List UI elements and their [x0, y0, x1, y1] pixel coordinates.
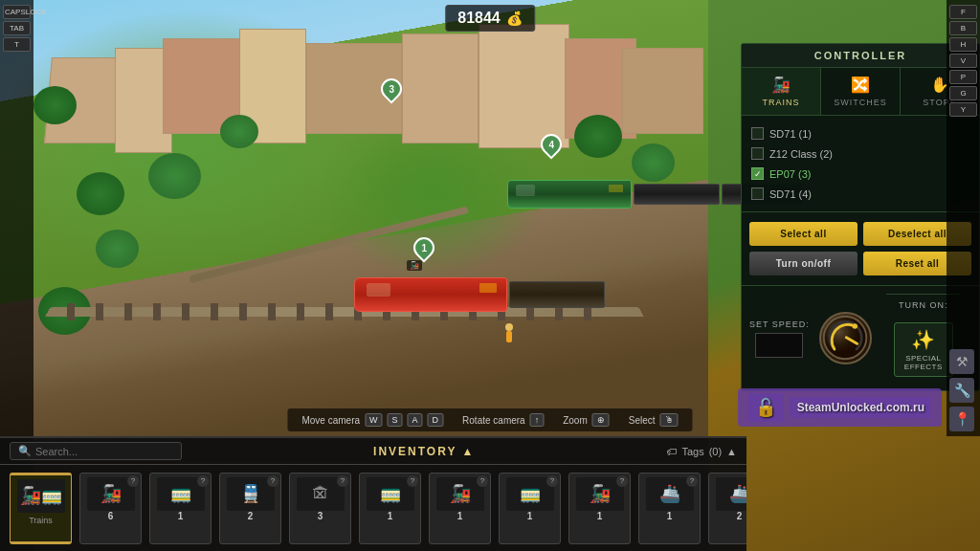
controller-buttons: Select all Deselect all Turn on/off Rese… [742, 212, 979, 285]
inv-loco-4-info[interactable]: ? [337, 475, 348, 487]
train-name-1: SD71 (1) [769, 128, 812, 140]
turn-on-off-button[interactable]: Turn on/off [749, 252, 858, 276]
inv-item-8[interactable]: 🚂 ? 1 [568, 473, 631, 544]
tree-group-1 [33, 86, 77, 124]
inv-loco-3-info[interactable]: ? [267, 475, 278, 487]
search-input[interactable] [35, 446, 169, 457]
watermark-text: SteamUnlocked.com.ru [790, 397, 932, 418]
zoom-label: Zoom [563, 415, 588, 426]
inv-loco-6-count: 1 [457, 511, 463, 521]
switches-icon: 🔀 [851, 76, 871, 94]
trains-label: TRAINS [762, 98, 799, 107]
inv-item-2[interactable]: 🚃 ? 1 [149, 473, 212, 544]
building-6 [402, 33, 479, 143]
map-pin-1[interactable]: 1 🚂 [413, 237, 434, 271]
inv-item-5[interactable]: 🚃 ? 1 [359, 473, 421, 544]
inv-item-6[interactable]: 🚂 ? 1 [429, 473, 491, 544]
rotate-camera-hint: Rotate camera ↑ [462, 413, 544, 427]
train-checkbox-3[interactable] [751, 167, 764, 180]
inventory-arrow: ▲ [461, 445, 475, 458]
map-pin-4[interactable]: 4 [541, 134, 562, 155]
speed-knob-area [819, 312, 872, 364]
speed-label-area: SET SPEED: 6 [749, 320, 810, 358]
tag-icon: 🏷 [666, 446, 677, 457]
search-icon: 🔍 [18, 445, 32, 457]
tool-1[interactable]: ⚒ [949, 349, 974, 374]
train-list: SD71 (1) Z12 Class (2) EP07 (3) SD71 (4) [742, 116, 979, 212]
svg-point-1 [852, 323, 858, 329]
inv-loco-8-info[interactable]: ? [616, 475, 628, 487]
move-s-key: S [388, 413, 403, 427]
train-item-1[interactable]: SD71 (1) [749, 123, 971, 143]
tags-area[interactable]: 🏷 Tags (0) ▲ [666, 446, 737, 457]
speed-knob[interactable] [819, 312, 872, 364]
speed-control: SET SPEED: 6 [742, 285, 979, 390]
y-key[interactable]: Y [949, 102, 977, 117]
money-icon: 💰 [506, 11, 523, 26]
inv-item-9[interactable]: 🚢 ? 1 [638, 473, 701, 544]
train-item-2[interactable]: Z12 Class (2) [749, 143, 971, 164]
v-key[interactable]: V [949, 54, 977, 68]
t-key[interactable]: T [3, 37, 31, 52]
map-pin-3[interactable]: 3 [381, 78, 402, 99]
inv-item-4[interactable]: 🏚 ? 3 [289, 473, 351, 544]
train-checkbox-4[interactable] [751, 187, 764, 200]
select-label: Select [629, 415, 656, 426]
trains-icon: 🚂 [771, 76, 791, 94]
inv-loco-8-count: 1 [597, 511, 603, 521]
train-checkbox-1[interactable] [751, 127, 764, 140]
train-name-3: EP07 (3) [769, 168, 811, 180]
g-key[interactable]: G [949, 86, 977, 100]
select-all-button[interactable]: Select all [749, 222, 858, 246]
tool-3[interactable]: 📍 [949, 407, 974, 431]
inv-item-10[interactable]: 🚢 ? 2 [708, 473, 746, 544]
money-display: 81844 💰 [445, 5, 535, 32]
inv-trains-label: Trains [29, 516, 53, 525]
tree-group-7 [96, 230, 139, 268]
inventory-items: 🚂🚃 Trains 🚂 ? 6 🚃 ? 1 🚆 ? 2 🏚 ? 3 🚃 ? 1 [0, 465, 746, 551]
select-hint: Select 🖱 [629, 413, 679, 427]
inv-loco-1-info[interactable]: ? [127, 475, 139, 487]
tab-key[interactable]: TAB [3, 21, 31, 35]
rotate-key: ↑ [530, 413, 545, 427]
red-train[interactable] [354, 277, 605, 312]
special-effects-label: SPECIALEFFECTS [904, 354, 943, 371]
tool-2[interactable]: 🔧 [949, 378, 974, 403]
inv-loco-5-count: 1 [388, 511, 393, 521]
tags-count: (0) [709, 446, 722, 457]
tab-switches[interactable]: 🔀 SWITCHES [821, 68, 901, 115]
right-toolbar: F B H V P G Y ⚒ 🔧 📍 [947, 0, 980, 436]
turn-on-label: TURN ON: [899, 300, 948, 310]
inv-item-trains-tab[interactable]: 🚂🚃 Trains [10, 473, 72, 544]
b-key[interactable]: B [949, 21, 977, 35]
switches-label: SWITCHES [834, 98, 887, 107]
inv-item-7[interactable]: 🚃 ? 1 [499, 473, 561, 544]
inv-loco-2-info[interactable]: ? [197, 475, 209, 487]
inv-loco-6-info[interactable]: ? [477, 475, 488, 487]
search-area[interactable]: 🔍 [10, 442, 182, 460]
inv-item-1[interactable]: 🚂 ? 6 [79, 473, 142, 544]
rotate-camera-label: Rotate camera [462, 415, 525, 426]
building-9 [622, 48, 703, 134]
person-figure [505, 323, 513, 342]
h-key[interactable]: H [949, 37, 977, 52]
f-key[interactable]: F [949, 5, 977, 19]
special-effects-button[interactable]: ✨ SPECIALEFFECTS [894, 322, 953, 377]
train-checkbox-2[interactable] [751, 147, 764, 160]
inv-loco-10-icon: 🚢 [716, 477, 747, 511]
train-item-3[interactable]: EP07 (3) [749, 164, 971, 184]
inv-loco-7-info[interactable]: ? [546, 475, 558, 487]
watermark: 🔓 SteamUnlocked.com.ru [738, 388, 942, 427]
speed-input[interactable]: 6 [755, 333, 803, 358]
inv-loco-9-info[interactable]: ? [686, 475, 698, 487]
tab-trains[interactable]: 🚂 TRAINS [742, 68, 821, 115]
train-item-4[interactable]: SD71 (4) [749, 184, 971, 204]
inv-loco-10-count: 2 [737, 511, 743, 521]
move-d-key: D [428, 413, 444, 427]
inv-loco-5-info[interactable]: ? [407, 475, 418, 487]
move-camera-hint: Move camera W S A D [301, 413, 443, 427]
capslock-key[interactable]: CAPSLOCK [3, 5, 31, 19]
controller-tabs: 🚂 TRAINS 🔀 SWITCHES ✋ STOPS [742, 68, 979, 116]
inv-item-3[interactable]: 🚆 ? 2 [219, 473, 281, 544]
p-key[interactable]: P [949, 70, 977, 84]
